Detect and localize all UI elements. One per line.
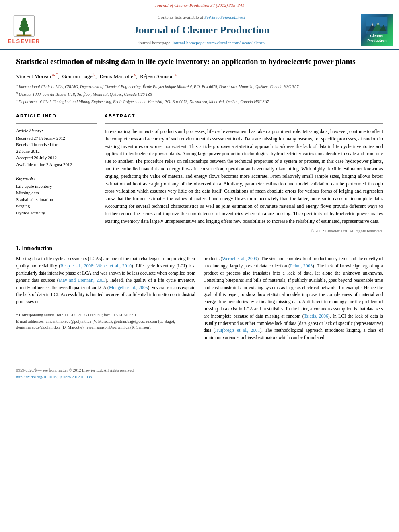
abstract-column: ABSTRACT In evaluating the impacts of pr… bbox=[105, 113, 383, 234]
section-1-title: 1. Introduction bbox=[16, 244, 383, 253]
paper-title: Statistical estimation of missing data i… bbox=[16, 57, 383, 67]
keyword-2: Missing data bbox=[16, 189, 97, 196]
sciverse-prefix: Contents lists available at bbox=[158, 15, 203, 20]
cp-logo-area: Cleaner Production bbox=[359, 14, 395, 46]
intro-para-2: products (Wernet et al., 2009). The size… bbox=[204, 255, 383, 341]
main-content: Statistical estimation of missing data i… bbox=[0, 50, 399, 358]
journal-title-area: Contents lists available at SciVerse Sci… bbox=[48, 14, 355, 46]
received-revised-date: 22 June 2012 bbox=[16, 148, 97, 154]
section-1-body: Missing data in life cycle assessments (… bbox=[16, 255, 383, 345]
intro-para-1: Missing data in life cycle assessments (… bbox=[16, 255, 195, 306]
ref-wernet[interactable]: Wernet et al., 2009 bbox=[222, 256, 257, 261]
abstract-paragraph: In evaluating the impacts of products an… bbox=[105, 128, 383, 225]
keyword-5: Hydroelectricity bbox=[16, 210, 97, 216]
ref-weber[interactable]: Weber et al., 2010 bbox=[96, 263, 132, 268]
homepage-url[interactable]: journal homepage: www.elsevier.com/locat… bbox=[173, 40, 265, 45]
received-date: Received 27 February 2012 bbox=[16, 135, 97, 141]
authors-line: Vincent Moreau a, *, Gontran Bage b, Den… bbox=[16, 72, 383, 80]
ref-huijbregts[interactable]: Huijbregts et al., 2001 bbox=[215, 328, 260, 333]
keyword-3: Statistical estimation bbox=[16, 196, 97, 203]
affiliation-1: a International Chair in LCA, CIRAIG, De… bbox=[16, 83, 383, 90]
section-1-number: 1. bbox=[16, 245, 21, 251]
svg-point-4 bbox=[22, 18, 26, 21]
article-info-abstract-section: ARTICLE INFO Article history: Received 2… bbox=[16, 113, 383, 234]
author-2-name: Gontran Bage bbox=[62, 73, 92, 79]
keywords-list: Life cycle inventory Missing data Statis… bbox=[16, 183, 97, 216]
article-info-top-divider bbox=[16, 123, 97, 124]
cleaner-production-logo: Cleaner Production bbox=[361, 14, 393, 46]
homepage-prefix: journal homepage: bbox=[138, 40, 173, 45]
sciverse-link[interactable]: SciVerse ScienceDirect bbox=[204, 15, 245, 20]
author-4-name: Réjean Samson bbox=[140, 73, 174, 79]
author-1-sup: a, * bbox=[51, 72, 58, 76]
ref-reap[interactable]: Reap et al., 2008 bbox=[60, 263, 93, 268]
abstract-top-divider bbox=[105, 123, 383, 124]
section-1: 1. Introduction Missing data in life cyc… bbox=[16, 244, 383, 345]
cp-logo-image bbox=[363, 17, 391, 34]
section-1-text-right: products (Wernet et al., 2009). The size… bbox=[204, 255, 383, 341]
footnote-corresponding: * Corresponding author. Tel.: +1 514 340… bbox=[16, 312, 195, 318]
journal-reference-bar: Journal of Cleaner Production 37 (2012) … bbox=[0, 0, 399, 10]
author-4-sup: a bbox=[174, 72, 177, 76]
ref-may[interactable]: May and Brennan, 2003 bbox=[59, 278, 106, 283]
cp-logo-text: Cleaner Production bbox=[364, 34, 390, 43]
footnote-emails: E-mail addresses: vincent.moreau@polymtl… bbox=[16, 319, 195, 330]
section-divider bbox=[16, 240, 383, 240]
header-divider bbox=[16, 109, 383, 109]
affiliations: a International Chair in LCA, CIRAIG, De… bbox=[16, 83, 383, 105]
article-history-heading: Article history: bbox=[16, 128, 97, 134]
journal-reference-text: Journal of Cleaner Production 37 (2012) … bbox=[155, 3, 245, 8]
abstract-text: In evaluating the impacts of products an… bbox=[105, 128, 383, 225]
bottom-bar: 0959-6526/$ — see front matter © 2012 El… bbox=[0, 365, 399, 382]
ref-pehnt[interactable]: Pehnt, 2003 bbox=[290, 263, 313, 268]
article-info-column: ARTICLE INFO Article history: Received 2… bbox=[16, 113, 97, 234]
affiliation-2: b Dessau, 1080, côte du Beaver Hall, 3rd… bbox=[16, 91, 383, 97]
available-online-date: Available online 2 August 2012 bbox=[16, 162, 97, 168]
sciverse-line: Contents lists available at SciVerse Sci… bbox=[158, 14, 245, 21]
svg-rect-14 bbox=[366, 31, 388, 34]
ref-tsiatis[interactable]: Tsiatis, 2006 bbox=[304, 314, 328, 318]
issn-line: 0959-6526/$ — see front matter © 2012 El… bbox=[16, 368, 383, 373]
doi-line[interactable]: http://dx.doi.org/10.1016/j.jclepro.2012… bbox=[16, 374, 383, 380]
author-1-name: Vincent Moreau bbox=[16, 73, 51, 79]
copyright-line: © 2012 Elsevier Ltd. All rights reserved… bbox=[105, 228, 383, 234]
author-3-sup: c bbox=[133, 72, 136, 76]
author-2-sup: b bbox=[93, 72, 96, 76]
elsevier-wordmark: ELSEVIER bbox=[8, 38, 40, 45]
footnotes-area: * Corresponding author. Tel.: +1 514 340… bbox=[16, 310, 195, 330]
section-1-text-left: Missing data in life cycle assessments (… bbox=[16, 255, 195, 306]
section-1-col-left: Missing data in life cycle assessments (… bbox=[16, 255, 195, 345]
keyword-1: Life cycle inventory bbox=[16, 183, 97, 190]
article-info-heading: ARTICLE INFO bbox=[16, 113, 97, 119]
svg-rect-6 bbox=[17, 35, 32, 36]
affiliation-3: c Department of Civil, Geological and Mi… bbox=[16, 98, 383, 105]
section-1-heading: Introduction bbox=[22, 245, 52, 251]
elsevier-logo-area: ELSEVIER bbox=[4, 14, 44, 46]
keywords-heading: Keywords: bbox=[16, 175, 97, 181]
journal-main-title: Journal of Cleaner Production bbox=[133, 23, 269, 37]
accepted-date: Accepted 20 July 2012 bbox=[16, 155, 97, 161]
elsevier-logo: ELSEVIER bbox=[8, 15, 40, 45]
homepage-line: journal homepage: journal homepage: www.… bbox=[138, 39, 265, 46]
received-revised-label: Received in revised form bbox=[16, 142, 97, 148]
doi-link[interactable]: http://dx.doi.org/10.1016/j.jclepro.2012… bbox=[16, 375, 92, 379]
elsevier-tree-icon bbox=[12, 15, 36, 37]
keyword-4: Kriging bbox=[16, 203, 97, 210]
author-3-name: Denis Marcotte bbox=[99, 73, 133, 79]
abstract-heading: ABSTRACT bbox=[105, 113, 383, 119]
section-1-col-right: products (Wernet et al., 2009). The size… bbox=[204, 255, 383, 345]
ref-mongelli[interactable]: Mongelli et al., 2005 bbox=[109, 285, 148, 290]
journal-header: ELSEVIER Contents lists available at Sci… bbox=[0, 10, 399, 50]
